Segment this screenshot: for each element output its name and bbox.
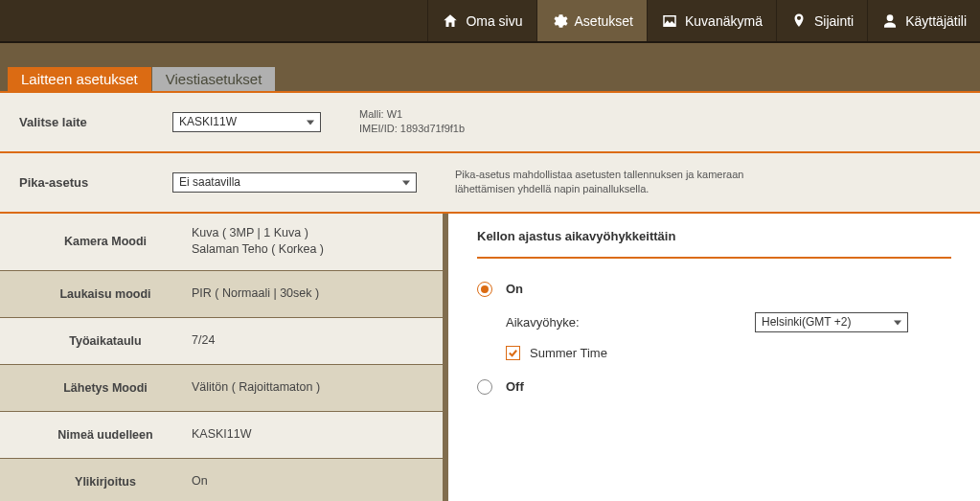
detail-panel: Kellon ajastus aikavyöhykkeittäin On Aik… (448, 214, 980, 501)
clock-on-label: On (506, 282, 523, 296)
setting-label: Laukaisu moodi (19, 287, 192, 301)
setting-label: Ylikirjoitus (19, 475, 192, 489)
picture-icon (661, 12, 678, 30)
device-model-label: Malli: (359, 108, 384, 120)
quick-setting-row: Pika-asetus Ei saatavilla Pika-asetus ma… (0, 153, 980, 212)
device-select-control: KASKI11W (172, 112, 321, 132)
clock-off-label: Off (506, 379, 524, 394)
tab-bar: Laitteen asetukset Viestiasetukset (0, 43, 980, 91)
device-info: Malli: W1 IMEI/ID: 1893d71f9f1b (359, 107, 465, 137)
setting-value: 7/24 (192, 332, 215, 350)
location-icon (790, 12, 808, 30)
setting-value: Välitön ( Rajoittamaton ) (192, 379, 320, 397)
top-nav: Oma sivu Asetukset Kuvanäkymä Sijainti K… (0, 0, 980, 43)
setting-row-rename[interactable]: Nimeä uudelleen KASKI11W (0, 412, 443, 458)
timezone-label: Aikavyöhyke: (506, 315, 755, 330)
summer-time-checkbox[interactable] (506, 346, 520, 360)
setting-value: PIR ( Normaali | 30sek ) (192, 285, 319, 303)
timezone-block: Aikavyöhyke: Helsinki(GMT +2) Summer Tim… (506, 312, 951, 360)
nav-settings[interactable]: Asetukset (536, 0, 647, 41)
clock-on-row: On (477, 282, 951, 297)
device-select-label: Valitse laite (19, 115, 172, 129)
content: Valitse laite KASKI11W Malli: W1 IMEI/ID… (0, 91, 980, 501)
nav-gallery[interactable]: Kuvanäkymä (647, 0, 776, 41)
setting-label: Lähetys Moodi (19, 381, 192, 395)
setting-label: Nimeä uudelleen (19, 428, 192, 442)
setting-value: KASKI11W (192, 426, 252, 444)
gear-icon (551, 12, 568, 30)
quick-setting-help: Pika-asetus mahdollistaa asetusten talle… (455, 168, 762, 197)
home-icon (442, 12, 459, 30)
setting-row-camera-mode[interactable]: Kamera Moodi Kuva ( 3MP | 1 Kuva ) Salam… (0, 214, 443, 270)
clock-off-row: Off (477, 379, 951, 395)
setting-row-overwrite[interactable]: Ylikirjoitus On (0, 459, 443, 501)
setting-row-schedule[interactable]: Työaikataulu 7/24 (0, 318, 443, 364)
device-select-value: KASKI11W (179, 115, 237, 128)
nav-location[interactable]: Sijainti (776, 0, 867, 41)
lower-panels: Kamera Moodi Kuva ( 3MP | 1 Kuva ) Salam… (0, 214, 980, 501)
setting-label: Kamera Moodi (19, 235, 192, 248)
device-select-row: Valitse laite KASKI11W Malli: W1 IMEI/ID… (0, 93, 980, 151)
summer-time-label: Summer Time (530, 346, 607, 360)
device-model-value: W1 (387, 108, 403, 120)
user-icon (881, 12, 899, 30)
quick-setting-dropdown[interactable]: Ei saatavilla (172, 172, 417, 193)
clock-section-title: Kellon ajastus aikavyöhykkeittäin (477, 229, 951, 259)
setting-label: Työaikataulu (19, 334, 192, 348)
timezone-value: Helsinki(GMT +2) (762, 315, 851, 329)
setting-value: On (192, 473, 208, 490)
tab-message-settings[interactable]: Viestiasetukset (152, 67, 276, 91)
nav-account[interactable]: Käyttäjätili (867, 0, 980, 41)
device-imei-label: IMEI/ID: (359, 123, 398, 134)
nav-location-label: Sijainti (814, 13, 854, 29)
setting-row-trigger-mode[interactable]: Laukaisu moodi PIR ( Normaali | 30sek ) (0, 271, 443, 317)
nav-gallery-label: Kuvanäkymä (685, 13, 763, 29)
nav-settings-label: Asetukset (575, 13, 633, 29)
nav-account-label: Käyttäjätili (905, 13, 967, 29)
nav-home-label: Oma sivu (466, 13, 522, 29)
device-select-dropdown[interactable]: KASKI11W (172, 112, 321, 132)
clock-off-radio[interactable] (477, 379, 492, 395)
tab-device-settings[interactable]: Laitteen asetukset (8, 67, 151, 91)
settings-list: Kamera Moodi Kuva ( 3MP | 1 Kuva ) Salam… (0, 214, 448, 501)
device-imei-value: 1893d71f9f1b (400, 123, 465, 134)
clock-on-radio[interactable] (477, 282, 492, 297)
setting-row-send-mode[interactable]: Lähetys Moodi Välitön ( Rajoittamaton ) (0, 365, 443, 411)
quick-setting-label: Pika-asetus (19, 175, 172, 190)
nav-home[interactable]: Oma sivu (427, 0, 536, 41)
timezone-dropdown[interactable]: Helsinki(GMT +2) (755, 312, 908, 332)
setting-value: Kuva ( 3MP | 1 Kuva ) Salaman Teho ( Kor… (192, 225, 324, 259)
quick-setting-value: Ei saatavilla (179, 175, 240, 189)
quick-setting-control: Ei saatavilla (172, 172, 417, 193)
